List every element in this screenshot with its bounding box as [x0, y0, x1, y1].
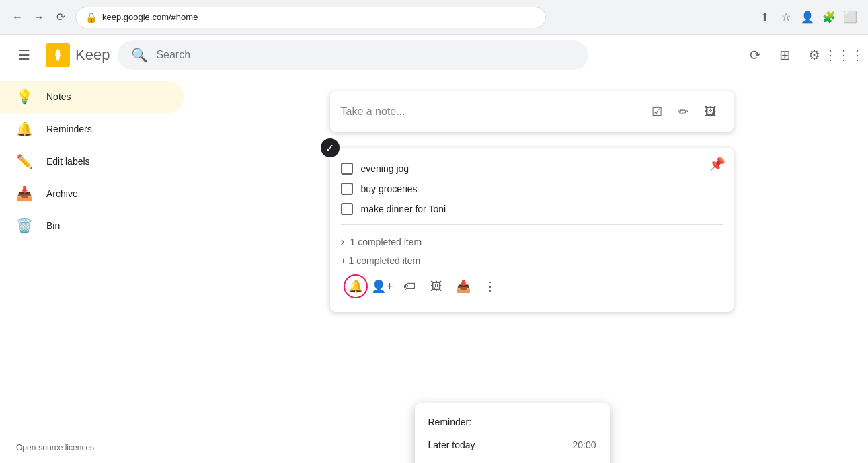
bin-icon: 🗑️	[16, 218, 33, 234]
image-input-button[interactable]: 🖼	[699, 99, 723, 124]
search-bar[interactable]: 🔍	[118, 40, 588, 70]
sidebar-label-archive: Archive	[46, 188, 78, 199]
chevron-right-icon: ›	[341, 235, 345, 249]
search-input[interactable]	[156, 49, 575, 61]
checklist-label-1: evening jog	[361, 163, 409, 174]
topbar-actions: ⟳ ⊞ ⚙ ⋮⋮⋮	[742, 42, 857, 69]
profile-button[interactable]: 👤	[798, 8, 817, 27]
label-button[interactable]: 🏷	[397, 274, 422, 298]
later-today-label: Later today	[428, 439, 475, 450]
note-card-wrapper: ✓ 📌 evening jog buy groceries make dinne…	[330, 148, 734, 312]
edit-labels-icon: ✏️	[16, 153, 33, 169]
app-logo[interactable]: Keep	[46, 43, 110, 67]
later-today-time: 20:00	[572, 439, 596, 450]
more-options-button[interactable]: ⋮	[478, 274, 502, 298]
apps-button[interactable]: ⋮⋮⋮	[830, 42, 857, 69]
forward-button[interactable]: →	[30, 8, 48, 27]
sidebar-label-bin: Bin	[46, 220, 60, 231]
share-button[interactable]: ⬆	[755, 8, 774, 27]
bookmark-button[interactable]: ☆	[777, 8, 795, 27]
checklist-item-1: evening jog	[341, 159, 723, 179]
fullscreen-button[interactable]: ⬜	[841, 8, 860, 27]
note-input-actions: ☑ ✏ 🖼	[645, 99, 723, 124]
back-button[interactable]: ←	[8, 8, 27, 27]
note-input-bar: Take a note... ☑ ✏ 🖼	[330, 91, 734, 132]
note-placeholder[interactable]: Take a note...	[341, 106, 637, 118]
url-text: keep.google.com/#home	[102, 12, 198, 22]
reminder-later-today[interactable]: Later today 20:00	[415, 433, 610, 457]
sidebar-label-notes: Notes	[46, 91, 71, 102]
checklist-label-2: buy groceries	[361, 183, 418, 194]
checklist-item-3: make dinner for Toni	[341, 199, 723, 219]
checkbox-2[interactable]	[341, 183, 353, 195]
sidebar-label-edit-labels: Edit labels	[46, 156, 90, 167]
note-card: ✓ 📌 evening jog buy groceries make dinne…	[330, 148, 734, 312]
keep-logo-svg	[50, 48, 65, 62]
sidebar-item-bin[interactable]: 🗑️ Bin	[0, 210, 184, 242]
pin-icon[interactable]: 📌	[709, 156, 725, 172]
topbar: ☰ Keep 🔍 ⟳ ⊞ ⚙ ⋮⋮⋮	[0, 35, 868, 75]
note-input-area: Take a note... ☑ ✏ 🖼	[330, 91, 734, 132]
app-name: Keep	[75, 46, 110, 64]
grid-view-button[interactable]: ⊞	[771, 42, 798, 69]
reminder-tomorrow[interactable]: Tomorrow 08:00	[415, 457, 610, 463]
checklist-label-3: make dinner for Toni	[361, 204, 446, 214]
completed-section[interactable]: › 1 completed item	[341, 230, 723, 253]
note-card-checkmark[interactable]: ✓	[321, 138, 340, 157]
completed-count: 1 completed item	[350, 237, 422, 247]
reminder-dropdown: Reminder: Later today 20:00 Tomorrow 08:…	[415, 403, 610, 463]
checklist-item-2: buy groceries	[341, 179, 723, 199]
address-bar[interactable]: 🔒 keep.google.com/#home	[75, 7, 546, 28]
hamburger-button[interactable]: ☰	[11, 42, 38, 69]
search-icon: 🔍	[131, 47, 148, 63]
sidebar: 💡 Notes 🔔 Reminders ✏️ Edit labels 📥 Arc…	[0, 75, 195, 463]
sidebar-item-archive[interactable]: 📥 Archive	[0, 177, 184, 210]
open-source-link[interactable]: Open-source licences	[0, 437, 110, 458]
reminder-button[interactable]: 🔔	[344, 274, 368, 298]
plus-completed[interactable]: + 1 completed item	[341, 253, 723, 269]
main-content: Take a note... ☑ ✏ 🖼 ✓ 📌 evening jog	[195, 75, 868, 463]
reminders-icon: 🔔	[16, 121, 33, 137]
draw-input-button[interactable]: ✏	[672, 99, 696, 124]
browser-actions: ⬆ ☆ 👤 🧩 ⬜	[755, 8, 860, 27]
refresh-button[interactable]: ⟳	[742, 42, 768, 69]
archive-note-button[interactable]: 📥	[451, 274, 475, 298]
sidebar-item-edit-labels[interactable]: ✏️ Edit labels	[0, 145, 184, 177]
reminder-dropdown-title: Reminder:	[415, 409, 610, 433]
extension-button[interactable]: 🧩	[820, 8, 838, 27]
app-container: ☰ Keep 🔍 ⟳ ⊞ ⚙ ⋮⋮⋮ 💡 Notes 🔔 Rem	[0, 35, 868, 463]
note-card-actions: 🔔 👤+ 🏷 🖼 📥 ⋮	[341, 269, 723, 301]
reload-button[interactable]: ⟳	[51, 8, 70, 27]
checkbox-1[interactable]	[341, 163, 353, 175]
divider-1	[341, 224, 723, 225]
image-button[interactable]: 🖼	[424, 274, 448, 298]
browser-chrome: ← → ⟳ 🔒 keep.google.com/#home ⬆ ☆ 👤 🧩 ⬜	[0, 0, 868, 35]
collaborator-button[interactable]: 👤+	[370, 274, 395, 298]
checkbox-3[interactable]	[341, 203, 353, 215]
lock-icon: 🔒	[85, 12, 97, 23]
archive-icon: 📥	[16, 185, 33, 202]
sidebar-item-reminders[interactable]: 🔔 Reminders	[0, 113, 184, 145]
sidebar-item-notes[interactable]: 💡 Notes	[0, 81, 184, 113]
notes-icon: 💡	[16, 89, 33, 105]
browser-nav-buttons: ← → ⟳	[8, 8, 70, 27]
sidebar-label-reminders: Reminders	[46, 124, 92, 134]
checklist-input-button[interactable]: ☑	[645, 99, 669, 124]
app-logo-icon	[46, 43, 70, 67]
